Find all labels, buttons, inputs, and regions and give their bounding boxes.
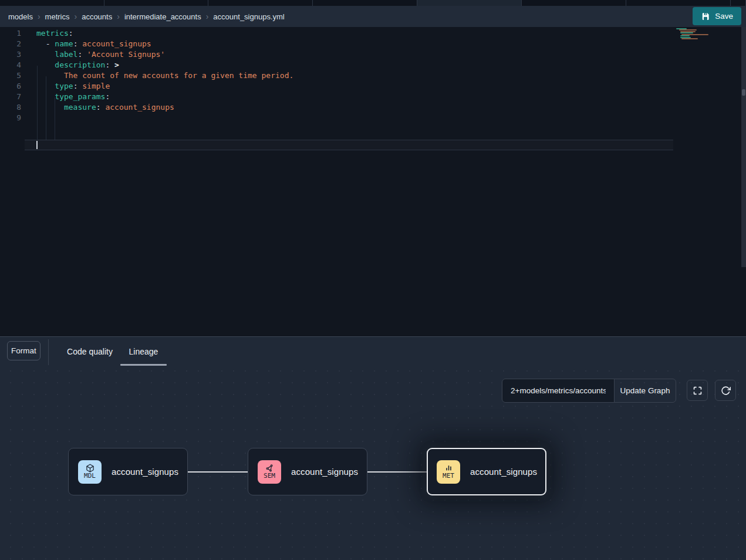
yaml-block-indicator: > — [110, 60, 119, 69]
save-button-label: Save — [715, 12, 733, 21]
line-number: 4 — [0, 60, 21, 70]
node-label: account_signups — [112, 467, 178, 477]
yaml-punct — [36, 92, 55, 101]
code-line — [36, 113, 293, 123]
ide-window: models › metrics › accounts › intermedia… — [0, 0, 746, 560]
yaml-punct — [36, 82, 55, 90]
code-line: metrics: — [36, 28, 293, 39]
yaml-key: measure — [64, 103, 96, 112]
breadcrumb: models › metrics › accounts › intermedia… — [8, 12, 285, 21]
line-number: 2 — [0, 39, 21, 49]
refresh-button[interactable] — [715, 380, 736, 401]
yaml-key: type — [55, 82, 73, 90]
yaml-key: name — [55, 39, 73, 48]
yaml-string: The count of new accounts for a given ti… — [36, 71, 293, 80]
breadcrumb-item-models[interactable]: models — [8, 12, 33, 21]
line-number: 8 — [0, 102, 21, 113]
code-line: label: 'Account Signups' — [36, 49, 293, 60]
yaml-punct — [36, 60, 55, 69]
yaml-punct — [36, 103, 64, 112]
line-number-gutter: 1 2 3 4 5 6 7 8 9 — [0, 28, 21, 123]
file-tabstrip — [0, 0, 746, 6]
model-badge: MDL — [78, 460, 102, 484]
file-tab[interactable] — [208, 0, 313, 6]
line-number: 3 — [0, 49, 21, 60]
bottom-panel: Format Code quality Lineage Update Graph — [0, 337, 746, 560]
yaml-key: metrics — [36, 29, 69, 38]
file-tab[interactable] — [0, 0, 104, 6]
cube-icon — [86, 464, 94, 473]
line-number: 6 — [0, 81, 21, 92]
lineage-edge — [367, 471, 427, 473]
active-tab-underline — [120, 364, 167, 366]
chevron-right-icon: › — [206, 12, 209, 21]
code-line: type_params: — [36, 92, 293, 102]
format-button[interactable]: Format — [7, 341, 40, 360]
code-content[interactable]: metrics: - name: account_signups label: … — [36, 28, 293, 123]
minimap[interactable] — [676, 28, 713, 40]
fullscreen-icon — [693, 386, 703, 396]
save-floppy-icon — [701, 12, 710, 21]
lineage-node-model[interactable]: MDL account_signups — [68, 448, 188, 495]
tab-divider — [48, 339, 49, 365]
fullscreen-button[interactable] — [687, 380, 708, 401]
lineage-filter-input[interactable] — [502, 379, 615, 403]
bar-chart-icon — [444, 464, 453, 473]
metric-badge: MET — [437, 460, 460, 484]
yaml-punct: - — [36, 39, 55, 48]
scrollbar-handle[interactable] — [742, 89, 745, 96]
yaml-string: 'Account Signups' — [82, 50, 165, 59]
file-tab[interactable] — [522, 0, 626, 6]
tab-lineage[interactable]: Lineage — [120, 337, 167, 366]
code-editor[interactable]: 1 2 3 4 5 6 7 8 9 metrics: - name: accou… — [0, 27, 746, 336]
update-graph-button[interactable]: Update Graph — [614, 379, 676, 403]
refresh-icon — [721, 386, 731, 396]
code-line: The count of new accounts for a given ti… — [36, 70, 293, 81]
yaml-value: account_signups — [101, 103, 174, 112]
chevron-right-icon: › — [117, 12, 120, 21]
yaml-value: account_signups — [77, 39, 151, 48]
text-cursor — [36, 141, 38, 149]
chevron-right-icon: › — [38, 12, 40, 21]
breadcrumb-item-accounts[interactable]: accounts — [82, 12, 112, 21]
editor-scrollbar[interactable] — [741, 27, 746, 267]
code-line: measure: account_signups — [36, 102, 293, 113]
tab-code-quality[interactable]: Code quality — [63, 337, 116, 366]
file-tab[interactable] — [626, 0, 731, 6]
semantic-network-icon — [265, 464, 274, 473]
line-number: 9 — [0, 113, 21, 123]
badge-label: MDL — [84, 473, 96, 480]
breadcrumb-item-metrics[interactable]: metrics — [45, 12, 70, 21]
file-tab[interactable] — [313, 0, 417, 6]
breadcrumb-bar: models › metrics › accounts › intermedia… — [0, 6, 746, 27]
lineage-canvas[interactable]: Update Graph — [0, 370, 746, 560]
code-line: type: simple — [36, 81, 293, 92]
code-line: - name: account_signups — [36, 39, 293, 49]
line-number: 5 — [0, 70, 21, 81]
yaml-key: label — [55, 50, 77, 59]
yaml-punct: : — [69, 29, 73, 38]
chevron-right-icon: › — [74, 12, 77, 21]
code-line: description: > — [36, 60, 293, 70]
badge-label: MET — [443, 473, 454, 480]
semantic-model-badge: SEM — [258, 460, 281, 484]
save-button[interactable]: Save — [693, 7, 741, 25]
lineage-node-metric-selected[interactable]: MET account_signups — [427, 448, 546, 495]
lineage-edge — [188, 471, 248, 473]
badge-label: SEM — [264, 473, 275, 480]
lineage-node-semantic-model[interactable]: SEM account_signups — [248, 448, 367, 495]
line-number: 7 — [0, 92, 21, 102]
yaml-punct: : — [105, 92, 110, 101]
yaml-punct — [36, 50, 55, 59]
yaml-value: simple — [77, 82, 110, 90]
file-tab[interactable] — [731, 0, 746, 6]
yaml-key: type_params — [55, 92, 105, 101]
breadcrumb-item-intermediate-accounts[interactable]: intermediate_accounts — [124, 12, 201, 21]
node-label: account_signups — [291, 467, 358, 477]
yaml-punct: : — [96, 103, 101, 112]
yaml-key: description — [55, 60, 105, 69]
file-tab[interactable] — [104, 0, 208, 6]
breadcrumb-item-file: account_signups.yml — [213, 12, 284, 21]
file-tab-active[interactable] — [417, 0, 522, 6]
node-label: account_signups — [470, 467, 537, 477]
